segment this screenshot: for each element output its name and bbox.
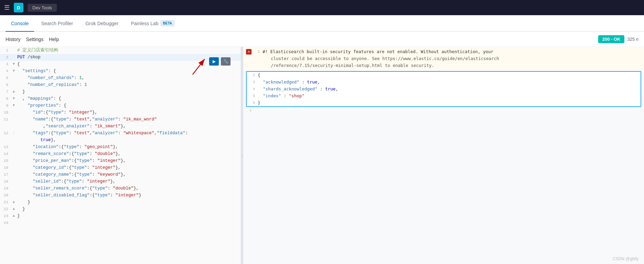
- tab-console[interactable]: Console: [6, 16, 34, 32]
- editor-panel[interactable]: 1 # 定义门店索引结构 2 PUT /shop ▶ 🔧: [0, 47, 241, 264]
- table-row: 14 "remark_score":{"type": "double"},: [0, 150, 241, 157]
- table-row: 18 "seller_id":{"type": "integer"},: [0, 178, 241, 185]
- close-warning-button[interactable]: ✕: [246, 49, 252, 55]
- table-row: true},: [0, 137, 241, 144]
- help-button[interactable]: Help: [49, 37, 59, 42]
- table-row: 17 "category_name":{"type": "keyword"},: [0, 171, 241, 178]
- tab-search-profiler[interactable]: Search Profiler: [35, 16, 79, 32]
- table-row: 20 "seller_disabled_flag":{"type": "inte…: [0, 192, 241, 199]
- table-row: 16 "category_id":{"type": "integer"},: [0, 164, 241, 171]
- table-row: 8 ▼ , "mappings": {: [0, 95, 241, 102]
- devtools-title[interactable]: Dev Tools: [28, 4, 57, 12]
- table-row: 9 ▼ "properties": {: [0, 102, 241, 109]
- output-panel: ✕ 1 #! Elasticsearch built-in security f…: [243, 47, 644, 264]
- run-button[interactable]: ▶: [209, 57, 219, 66]
- menu-icon[interactable]: ☰: [4, 4, 10, 11]
- table-row: 19 "seller_remark_score":{"type": "doubl…: [0, 185, 241, 192]
- table-row: 24: [0, 219, 241, 226]
- editor-lines: 1 # 定义门店索引结构 2 PUT /shop ▶ 🔧: [0, 47, 241, 226]
- table-row: 15 "price_per_man":{"type": "integer"},: [0, 157, 241, 164]
- list-item: 6 }: [247, 99, 641, 106]
- table-row: 23 ▲ }: [0, 213, 241, 219]
- beta-badge: BETA: [161, 20, 174, 26]
- table-row: 4 ▼ "settings": {: [0, 68, 241, 75]
- table-row: 21 ▲ }: [0, 199, 241, 206]
- table-row: 13 "location":{"type": "geo_point"},: [0, 144, 241, 150]
- editor-actions: ▶ 🔧: [209, 57, 231, 66]
- topbar: ☰ D Dev Tools: [0, 0, 644, 15]
- list-item: 4 "shards_acknowledged" : true,: [247, 86, 641, 92]
- table-row: 11 "name":{"type": "text","analyzer": "i…: [0, 116, 241, 123]
- avatar: D: [14, 3, 23, 12]
- status-ok-badge: 200 - OK: [598, 35, 625, 43]
- nav-tabs: Console Search Profiler Grok Debugger Pa…: [0, 15, 644, 32]
- table-row: 10 "id":{"type": "integer"},: [0, 109, 241, 116]
- settings-button[interactable]: Settings: [26, 37, 44, 42]
- table-row: ,"search_analyzer": "ik_smart"},: [0, 123, 241, 130]
- response-block: 2 { 3 "acknowledged" : true, 4 "shards_a…: [246, 71, 641, 107]
- toolbar-right: 200 - OK 325 n: [598, 35, 638, 43]
- table-row: 7 ▲ }: [0, 88, 241, 95]
- tab-painless-lab[interactable]: Painless Lab BETA: [125, 16, 180, 32]
- table-row: 1 # 定义门店索引结构: [0, 47, 241, 54]
- tab-grok-debugger[interactable]: Grok Debugger: [80, 16, 124, 32]
- table-row: 12 │ "tags":{"type": "text","analyzer": …: [0, 130, 241, 137]
- watermark: CSDN @gblfy: [613, 256, 638, 261]
- response-size: 325 n: [627, 37, 638, 42]
- table-row: 2 PUT /shop: [0, 54, 241, 61]
- table-row: 22 ▲ }: [0, 206, 241, 213]
- table-row: 6 "number_of_replicas": 1: [0, 81, 241, 88]
- list-item: 5 "index" : "shop": [247, 92, 641, 99]
- table-row: 5 "number_of_shards": 1,: [0, 75, 241, 81]
- wrench-button[interactable]: 🔧: [221, 57, 231, 66]
- list-item: 7: [243, 108, 644, 115]
- main-content: 1 # 定义门店索引结构 2 PUT /shop ▶ 🔧: [0, 47, 644, 264]
- list-item: 3 "acknowledged" : true,: [247, 79, 641, 86]
- warning-block: ✕ 1 #! Elasticsearch built-in security f…: [243, 47, 644, 70]
- toolbar: History Settings Help 200 - OK 325 n: [0, 32, 644, 47]
- list-item: 2 {: [247, 72, 641, 79]
- history-button[interactable]: History: [6, 37, 21, 42]
- table-row: 3 ▼ {: [0, 61, 241, 68]
